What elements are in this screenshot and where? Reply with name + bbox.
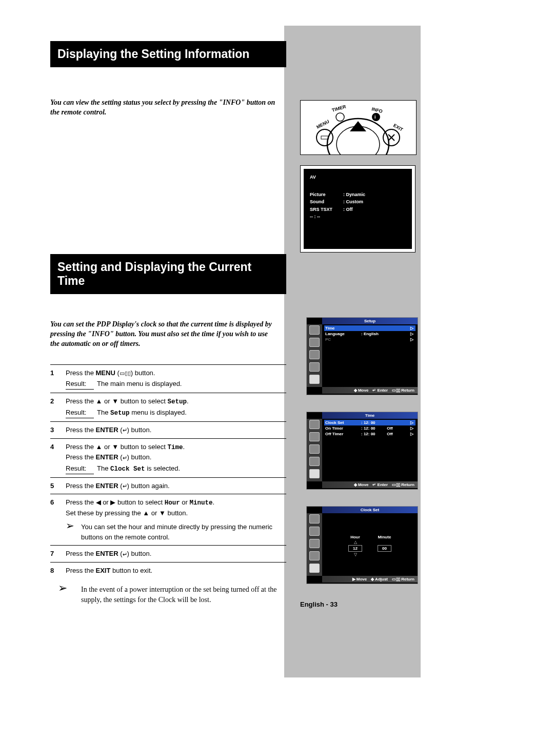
step-row: 5Press the ENTER (↵) button again.	[50, 477, 286, 494]
step-row: 8Press the EXIT button to exit.	[50, 562, 286, 579]
step-row: 1Press the MENU (▭▯▯) button.Result:The …	[50, 364, 286, 393]
step-number: 2	[50, 397, 66, 405]
osd-foot-hint: ↵ Enter	[372, 388, 388, 393]
osd-clockset-title: Clock Set	[322, 507, 418, 513]
osd-setup-title: Setup	[322, 318, 418, 324]
step-body: Press the ENTER (↵) button again.	[66, 481, 286, 491]
osd-row: Language: English▷	[324, 331, 416, 337]
step-number: 3	[50, 426, 66, 434]
footer-note: ➢ In the event of a power interruption o…	[50, 585, 286, 605]
result-label: Result:	[66, 379, 94, 390]
svg-marker-2	[350, 121, 366, 131]
footer-note-text: In the event of a power interruption or …	[81, 585, 286, 605]
info-time: -- : --	[310, 214, 406, 221]
step-number: 6	[50, 498, 66, 506]
osd-sidebar-icons	[307, 513, 322, 576]
info-mode: AV	[310, 174, 406, 181]
clock-minute-value: 00	[378, 545, 391, 552]
step-number: 8	[50, 567, 66, 574]
osd-time-title: Time	[322, 412, 418, 419]
step-number: 4	[50, 443, 66, 451]
info-row: SRS TSXTOff	[310, 206, 406, 214]
result-text: The Setup menu is displayed.	[94, 408, 286, 418]
result-text: The main menu is displayed.	[94, 379, 286, 390]
step-row: 4Press the ▲ or ▼ button to select Time.…	[50, 438, 286, 477]
step-note-text: You can set the hour and minute directly…	[81, 522, 286, 542]
osd-sidebar-icons	[307, 419, 322, 481]
section-heading-2: Setting and Displaying the Current Time	[50, 254, 286, 294]
osd-sidebar-icons	[307, 324, 322, 387]
remote-timer-label: TIMER	[331, 104, 347, 112]
step-number: 7	[50, 550, 66, 557]
page-footer: English - 33	[300, 600, 338, 608]
step-body: Press the ◀ or ▶ button to select Hour o…	[66, 497, 286, 518]
osd-foot-hint: ◆ Move	[354, 388, 369, 393]
svg-point-3	[316, 129, 333, 146]
osd-row: PC▷	[324, 337, 416, 342]
svg-point-8	[336, 113, 344, 121]
step-row: 3Press the ENTER (↵) button.	[50, 421, 286, 438]
step-body: Press the ENTER (↵) button.	[66, 425, 286, 435]
svg-rect-4	[321, 136, 328, 139]
osd-time: Time Clock Set: 12: 00▷On Timer: 12: 00O…	[306, 412, 418, 490]
osd-foot-hint: ◆ Move	[354, 482, 369, 487]
svg-text:i: i	[374, 114, 376, 120]
clock-hour-value: 12	[348, 545, 362, 552]
clock-hour-label: Hour	[350, 535, 360, 539]
remote-illustration: MENU EXIT TIMER INFO i	[300, 100, 417, 155]
info-display-box: AV PictureDynamicSoundCustomSRS TSXTOff …	[300, 165, 416, 253]
intro-text-2: You can set the PDP Display's clock so t…	[50, 320, 276, 349]
info-row: SoundCustom	[310, 199, 406, 206]
clock-minute-label: Minute	[378, 535, 391, 539]
section-heading-1: Displaying the Setting Information	[50, 41, 286, 67]
osd-foot-hint: ▭▯▯ Return	[392, 388, 414, 393]
svg-point-9	[371, 112, 381, 122]
info-row: PictureDynamic	[310, 191, 406, 199]
step-body: Press the ENTER (↵) button.	[66, 549, 286, 559]
step-body: Press the EXIT button to exit.	[66, 566, 286, 576]
remote-menu-label: MENU	[315, 119, 330, 129]
step-row: 2Press the ▲ or ▼ button to select Setup…	[50, 393, 286, 422]
osd-foot-hint: ↵ Enter	[372, 482, 388, 487]
osd-foot-hint: ▭▯▯ Return	[392, 482, 414, 487]
clock-minute-column: Minute △ 00 ▽	[378, 535, 391, 557]
step-body: Press the ▲ or ▼ button to select Setup.	[66, 396, 286, 407]
osd-foot-hint: ▭▯▯ Return	[392, 577, 414, 581]
osd-row: Clock Set: 12: 00▷	[324, 420, 416, 425]
osd-foot-hint: ▶ Move	[352, 577, 367, 581]
step-number: 1	[50, 369, 66, 377]
osd-row: Time▷	[324, 325, 416, 331]
step-row: 7Press the ENTER (↵) button.	[50, 545, 286, 562]
steps-list: 1Press the MENU (▭▯▯) button.Result:The …	[50, 364, 286, 579]
step-body: Press the ▲ or ▼ button to select Time.P…	[66, 442, 286, 462]
osd-setup: Setup Time▷Language: English▷PC▷ ◆ Move↵…	[306, 317, 418, 395]
note-arrow-icon: ➢	[58, 585, 81, 605]
step-body: Press the MENU (▭▯▯) button.	[66, 368, 286, 378]
note-arrow-icon: ➢	[66, 522, 81, 542]
osd-clock-set: Clock Set Hour △ 12 ▽ Minute △ 00	[306, 506, 418, 584]
result-label: Result:	[66, 463, 94, 474]
remote-exit-label: EXIT	[392, 123, 404, 132]
osd-foot-hint: ◆ Adjust	[371, 577, 388, 581]
clock-hour-column: Hour △ 12 ▽	[348, 535, 362, 557]
step-number: 5	[50, 482, 66, 490]
result-text: The Clock Set is selected.	[94, 463, 286, 474]
osd-row: Off Timer: 12: 00Off▷	[324, 431, 416, 437]
step-row: 6Press the ◀ or ▶ button to select Hour …	[50, 494, 286, 545]
intro-text-1: You can view the setting status you sele…	[50, 98, 276, 118]
osd-row: On Timer: 12: 00Off▷	[324, 425, 416, 431]
result-label: Result:	[66, 408, 94, 418]
